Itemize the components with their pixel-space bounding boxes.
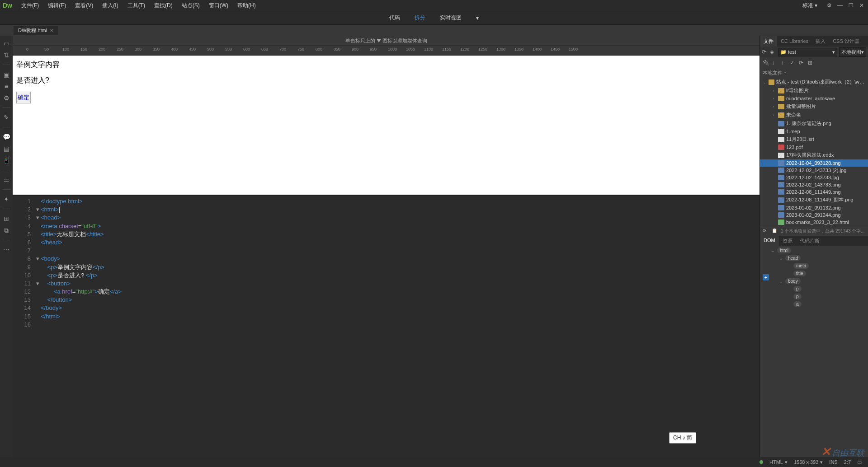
log-icon[interactable]: 📋 <box>772 228 778 234</box>
tree-row[interactable]: ›lr导出图片 <box>760 86 868 95</box>
menu-s[interactable]: 站点(S) <box>177 0 204 11</box>
dom-tab-1[interactable]: 资源 <box>779 236 796 246</box>
tree-row[interactable]: 11月28日.srt <box>760 135 868 144</box>
code-editor[interactable]: 1<!doctype html>2▾<html>|3▾<head>4<meta … <box>13 196 760 457</box>
tree-row[interactable]: 1. 康奈尔笔记法.png <box>760 119 868 128</box>
tool-gear-icon[interactable]: ⚙ <box>2 94 10 102</box>
layout-dropdown[interactable]: 标准 ▾ <box>798 0 822 11</box>
code-line[interactable]: 3▾<head> <box>13 214 760 222</box>
code-line[interactable]: 8▾<body> <box>13 255 760 263</box>
view-live[interactable]: 实时视图 <box>436 12 465 23</box>
view-live-dropdown-icon[interactable]: ▾ <box>472 13 482 23</box>
refresh-icon[interactable]: ⟳ <box>799 60 805 66</box>
code-line[interactable]: 5<title>无标题文档</title> <box>13 230 760 238</box>
tree-row[interactable]: 2022-12-08_111449.png <box>760 188 868 196</box>
tool-eyedropper-icon[interactable]: ✎ <box>2 113 10 121</box>
menu-t[interactable]: 工具(T) <box>123 0 150 11</box>
tool-ruler-icon[interactable]: ⇅ <box>2 51 10 59</box>
dom-tab-0[interactable]: DOM <box>760 236 779 246</box>
dom-row[interactable]: a <box>770 300 866 308</box>
code-line[interactable]: 10 <p>是否进入? </p> <box>13 271 760 280</box>
panel-tab-3[interactable]: CSS 设计器 <box>829 36 863 47</box>
tree-row[interactable]: 2022-10-04_093128.png <box>760 159 868 167</box>
tree-row[interactable]: ›批量调整图片 <box>760 102 868 111</box>
panel-tab-1[interactable]: CC Libraries <box>777 37 812 46</box>
dom-row[interactable]: title <box>770 270 866 277</box>
dom-node-title[interactable]: title <box>793 271 806 276</box>
code-line[interactable]: 15</html> <box>13 313 760 321</box>
tree-row[interactable]: 2022-12-08_111449_副本.png <box>760 196 868 204</box>
upload-icon[interactable]: ↑ <box>781 60 787 66</box>
code-line[interactable]: 16 <box>13 321 760 329</box>
tool-settings-icon[interactable]: ⚌ <box>2 176 10 184</box>
dom-node-html[interactable]: html <box>777 248 791 253</box>
tree-row[interactable]: 2023-01-02_091244.png <box>760 211 868 219</box>
dom-add-button[interactable]: + <box>763 274 769 280</box>
menu-f[interactable]: 文件(F) <box>17 0 43 11</box>
dom-node-p[interactable]: p <box>793 286 802 292</box>
tree-row[interactable]: 17种头脑风暴法.eddx <box>760 151 868 159</box>
tool-select-icon[interactable]: ▣ <box>2 70 10 79</box>
panel-tab-2[interactable]: 插入 <box>812 36 829 47</box>
file-tab[interactable]: DW教程.html ✕ <box>14 26 58 35</box>
sync-icon[interactable]: ⟳ <box>762 49 768 55</box>
status-language[interactable]: HTML ▾ <box>769 459 788 465</box>
code-line[interactable]: 9 <p>举例文字内容</p> <box>13 263 760 271</box>
view-code[interactable]: 代码 <box>386 12 404 23</box>
tree-row[interactable]: 1.mep <box>760 128 868 135</box>
tool-star-icon[interactable]: ✦ <box>2 195 10 203</box>
tool-layers-icon[interactable]: ▤ <box>2 145 10 153</box>
code-line[interactable]: 14</body> <box>13 304 760 312</box>
menu-w[interactable]: 窗口(W) <box>204 0 233 11</box>
view-split[interactable]: 拆分 <box>411 12 429 23</box>
status-insert-mode[interactable]: INS <box>829 459 837 465</box>
code-line[interactable]: 7 <box>13 247 760 255</box>
close-icon[interactable]: ✕ <box>858 2 865 9</box>
minimize-icon[interactable]: — <box>836 2 844 9</box>
dom-node-head[interactable]: head <box>785 255 801 261</box>
tool-list-icon[interactable]: ≡ <box>2 82 10 90</box>
menu-i[interactable]: 插入(I) <box>98 0 123 11</box>
status-preview-icon[interactable]: ▭ <box>857 459 862 465</box>
dom-node-a[interactable]: a <box>793 301 802 307</box>
close-tab-icon[interactable]: ✕ <box>50 28 53 33</box>
code-line[interactable]: 4<meta charset="utf-8"> <box>13 222 760 230</box>
preview-button[interactable]: 确定 <box>16 92 31 103</box>
preview-button-link[interactable]: 确定 <box>18 94 29 101</box>
site-dropdown[interactable]: 📁 test▾ <box>778 48 837 56</box>
code-line[interactable]: 12 <a href="http:#">确定</a> <box>13 288 760 296</box>
expand-icon[interactable]: ⊞ <box>808 60 814 66</box>
dom-row[interactable]: p <box>770 285 866 293</box>
dom-row[interactable]: ⌄html <box>770 247 866 254</box>
dom-tab-2[interactable]: 代码片断 <box>796 236 823 246</box>
tree-row[interactable]: ›未命名 <box>760 111 868 119</box>
file-tree[interactable]: ⌄ 站点 - test (D:\tools\桌面\work（2）\work (.… <box>760 78 868 226</box>
live-preview[interactable]: 举例文字内容 是否进入? 确定 <box>13 56 760 196</box>
ftp-icon[interactable]: ◈ <box>770 49 776 55</box>
code-line[interactable]: 2▾<html>| <box>13 205 760 214</box>
panel-tab-0[interactable]: 文件 <box>760 36 777 47</box>
dom-row[interactable]: ⌄body <box>770 277 866 285</box>
ruler[interactable]: 0501001502002503003504004505005506006507… <box>13 46 760 56</box>
menu-h[interactable]: 帮助(H) <box>233 0 260 11</box>
code-line[interactable]: 11▾ <button> <box>13 280 760 288</box>
dom-tree[interactable]: + ⌄html⌄headmetatitle⌄bodyppa <box>760 246 868 309</box>
menu-v[interactable]: 查看(V) <box>71 0 98 11</box>
dom-node-body[interactable]: body <box>785 278 801 284</box>
tree-row[interactable]: 123.pdf <box>760 144 868 151</box>
restore-icon[interactable]: ❐ <box>847 2 854 9</box>
dom-row[interactable]: meta <box>770 262 866 270</box>
connect-icon[interactable]: 🔌 <box>763 60 769 66</box>
tree-root[interactable]: ⌄ 站点 - test (D:\tools\桌面\work（2）\work (.… <box>760 78 868 86</box>
menu-d[interactable]: 查找(D) <box>150 0 177 11</box>
tree-row[interactable]: 2022-12-02_143733.png <box>760 181 868 188</box>
tool-comment-icon[interactable]: ⊞ <box>2 215 10 223</box>
menu-e[interactable]: 编辑(E) <box>43 0 71 11</box>
dom-row[interactable]: p <box>770 293 866 300</box>
tool-phone-icon[interactable]: 📱 <box>2 156 10 164</box>
tree-row[interactable]: 2022-12-02_143733.jpg <box>760 174 868 181</box>
status-errors[interactable] <box>760 460 763 464</box>
tree-row[interactable]: bookmarks_2023_3_22.html <box>760 219 868 226</box>
checkout-icon[interactable]: ✓ <box>790 60 796 66</box>
tool-chat-icon[interactable]: 💬 <box>2 133 10 141</box>
